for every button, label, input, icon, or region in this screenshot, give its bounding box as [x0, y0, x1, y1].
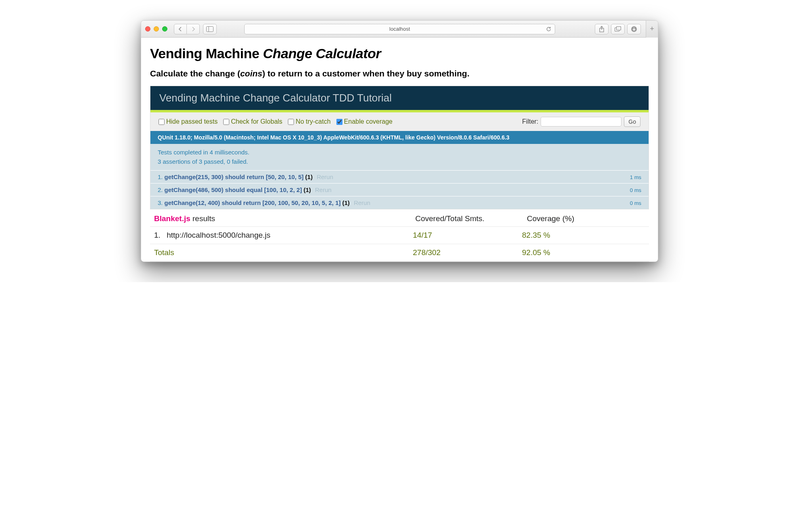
file-path: http://localhost:5000/change.js	[167, 231, 271, 239]
blanket-header-row: Blanket.js results Covered/Total Smts. C…	[150, 209, 649, 227]
svg-rect-4	[617, 26, 621, 30]
test-name: getChange(12, 400) should return [200, 1…	[165, 199, 341, 206]
qunit-toolbar: Hide passed tests Check for Globals No t…	[150, 112, 649, 131]
test-number: 1.	[158, 173, 163, 180]
sidebar-button[interactable]	[203, 24, 217, 34]
page-content: Vending Machine Change Calculator Calcul…	[141, 38, 658, 262]
browser-window: localhost	[141, 20, 658, 262]
sidebar-icon	[206, 26, 213, 32]
reload-button[interactable]	[546, 26, 552, 32]
test-row[interactable]: 2. getChange(486, 500) should equal [100…	[150, 183, 649, 196]
tabs-button[interactable]	[611, 24, 625, 34]
qunit-header: Vending Machine Change Calculator TDD Tu…	[150, 86, 649, 110]
no-trycatch-label: No try-catch	[296, 118, 330, 125]
qunit-summary: Tests completed in 4 milliseconds. 3 ass…	[150, 144, 649, 170]
blanket-file-row[interactable]: 1. http://localhost:5000/change.js 14/17…	[150, 227, 649, 244]
share-icon	[599, 26, 605, 32]
enable-coverage-label: Enable coverage	[344, 118, 393, 125]
blanket-brand: Blanket.js	[154, 214, 190, 223]
share-button[interactable]	[595, 24, 609, 34]
nav-buttons	[174, 24, 200, 34]
test-number: 3.	[158, 199, 163, 206]
col-covered-header: Covered/Total Smts.	[415, 214, 524, 223]
svg-rect-0	[207, 26, 213, 32]
file-index: 1.	[154, 231, 161, 239]
chevron-right-icon	[191, 27, 195, 32]
downloads-button[interactable]	[627, 24, 641, 34]
rerun-link[interactable]: Rerun	[354, 199, 370, 206]
forward-button[interactable]	[187, 24, 200, 34]
qunit-panel: Vending Machine Change Calculator TDD Tu…	[150, 86, 649, 209]
browser-toolbar: localhost	[141, 21, 658, 38]
file-pct: 82.35 %	[522, 231, 645, 240]
subtitle-em: coins	[240, 69, 262, 78]
test-count: (1)	[342, 199, 350, 206]
minimize-window-button[interactable]	[154, 26, 159, 32]
filter-label: Filter:	[522, 118, 538, 125]
url-text: localhost	[389, 26, 410, 32]
reload-icon	[546, 26, 552, 32]
test-row[interactable]: 1. getChange(215, 300) should return [50…	[150, 170, 649, 183]
rerun-link[interactable]: Rerun	[317, 173, 333, 180]
address-bar[interactable]: localhost	[244, 24, 555, 34]
test-count: (1)	[304, 186, 311, 193]
filter-group: Filter: Go	[522, 116, 640, 127]
download-icon	[631, 26, 637, 32]
title-prefix: Vending Machine	[150, 46, 263, 61]
toolbar-right	[595, 24, 641, 34]
filter-input[interactable]	[541, 117, 621, 127]
test-row[interactable]: 3. getChange(12, 400) should return [200…	[150, 196, 649, 209]
tabs-icon	[615, 26, 621, 32]
totals-pct: 92.05 %	[522, 248, 645, 257]
blanket-title: Blanket.js results	[154, 214, 413, 223]
zoom-window-button[interactable]	[162, 26, 167, 32]
rerun-link[interactable]: Rerun	[315, 186, 332, 193]
hide-passed-label: Hide passed tests	[166, 118, 218, 125]
summary-line-2: 3 assertions of 3 passed, 0 failed.	[158, 157, 641, 167]
subtitle-after: ) to return to a customer when they buy …	[262, 69, 469, 78]
file-covered: 14/17	[413, 231, 522, 240]
back-button[interactable]	[174, 24, 187, 34]
title-em: Change Calculator	[263, 46, 381, 61]
hide-passed-checkbox[interactable]: Hide passed tests	[159, 118, 218, 125]
enable-coverage-checkbox[interactable]: Enable coverage	[336, 118, 393, 125]
no-trycatch-input[interactable]	[288, 119, 294, 125]
test-time: 0 ms	[630, 187, 641, 193]
chevron-left-icon	[178, 27, 182, 32]
new-tab-button[interactable]: +	[646, 21, 658, 38]
enable-coverage-input[interactable]	[336, 119, 342, 125]
no-trycatch-checkbox[interactable]: No try-catch	[288, 118, 330, 125]
check-globals-input[interactable]	[223, 119, 229, 125]
test-name: getChange(215, 300) should return [50, 2…	[165, 173, 304, 180]
hide-passed-input[interactable]	[159, 119, 165, 125]
totals-label: Totals	[154, 248, 413, 257]
plus-icon: +	[650, 25, 654, 33]
subtitle-before: Calculate the change (	[150, 69, 240, 78]
window-controls	[145, 26, 167, 32]
page-title: Vending Machine Change Calculator	[150, 46, 649, 61]
close-window-button[interactable]	[145, 26, 150, 32]
test-time: 1 ms	[630, 174, 641, 180]
col-coverage-header: Coverage (%)	[527, 214, 645, 223]
blanket-results: Blanket.js results Covered/Total Smts. C…	[150, 209, 649, 262]
test-time: 0 ms	[630, 200, 641, 206]
summary-line-1: Tests completed in 4 milliseconds.	[158, 148, 641, 157]
blanket-totals-row: Totals 278/302 92.05 %	[150, 244, 649, 262]
totals-covered: 278/302	[413, 248, 522, 257]
test-count: (1)	[305, 173, 313, 180]
filter-go-button[interactable]: Go	[624, 116, 640, 127]
check-globals-checkbox[interactable]: Check for Globals	[223, 118, 282, 125]
page-subtitle: Calculate the change (coins) to return t…	[150, 69, 649, 78]
test-number: 2.	[158, 186, 163, 193]
blanket-results-label: results	[190, 214, 215, 223]
qunit-useragent: QUnit 1.18.0; Mozilla/5.0 (Macintosh; In…	[150, 131, 649, 144]
test-name: getChange(486, 500) should equal [100, 1…	[165, 186, 302, 193]
check-globals-label: Check for Globals	[231, 118, 282, 125]
